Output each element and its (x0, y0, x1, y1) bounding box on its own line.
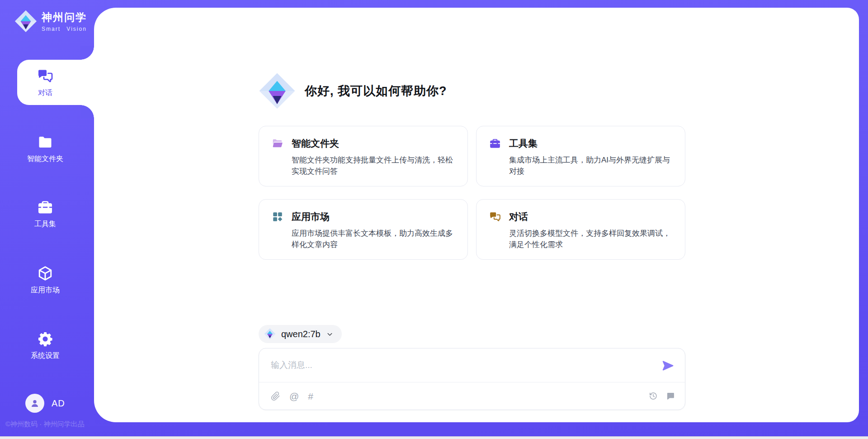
brand-name: 神州问学 (42, 10, 87, 24)
new-chat-button[interactable] (666, 391, 675, 401)
sidebar-item-app-market[interactable]: 应用市场 (14, 265, 77, 295)
feature-cards: 智能文件夹 智能文件夹功能支持批量文件上传与清洗，轻松实现文件问答 工具集 集成… (259, 126, 685, 260)
card-smart-folder[interactable]: 智能文件夹 智能文件夹功能支持批量文件上传与清洗，轻松实现文件问答 (259, 126, 468, 186)
sidebar-item-toolset[interactable]: 工具集 (14, 199, 77, 229)
chat-bubble-icon (666, 391, 675, 401)
send-button[interactable] (661, 359, 675, 373)
avatar (25, 394, 44, 413)
greeting-logo-diamond-icon (259, 72, 296, 110)
card-title: 对话 (509, 210, 528, 223)
paperclip-icon (271, 391, 280, 401)
message-input[interactable] (271, 355, 649, 376)
chat-icon (489, 211, 501, 223)
message-composer: @ # (259, 348, 685, 410)
sidebar-item-smart-folder[interactable]: 智能文件夹 (14, 134, 77, 164)
brand-text: 神州问学 Smart Vision (42, 10, 87, 32)
card-title: 应用市场 (292, 210, 330, 223)
card-description: 应用市场提供丰富长文本模板，助力高效生成多样化文章内容 (292, 228, 455, 250)
copyright-text: ©神州数码 · 神州问学出品 (5, 420, 84, 429)
chat-icon (37, 68, 53, 84)
model-diamond-icon (264, 328, 276, 340)
brand-subtitle: Smart Vision (42, 26, 87, 32)
gear-icon (37, 331, 53, 347)
card-title: 智能文件夹 (292, 137, 339, 150)
greeting-text: 你好, 我可以如何帮助你? (305, 83, 447, 99)
topic-button[interactable]: # (308, 391, 313, 401)
user-account[interactable]: AD (25, 394, 65, 413)
card-head: 对话 (489, 210, 672, 223)
card-app-market[interactable]: 应用市场 应用市场提供丰富长文本模板，助力高效生成多样化文章内容 (259, 199, 468, 260)
card-description: 灵活切换多模型文件，支持多样回复效果调试，满足个性化需求 (509, 228, 672, 250)
sidebar-item-label: 应用市场 (31, 286, 60, 295)
app-window: 神州问学 Smart Vision 对话 智能文件夹 工具集 应用市场 系统设置… (0, 0, 868, 439)
brand: 神州问学 Smart Vision (14, 10, 87, 33)
mention-button[interactable]: @ (289, 391, 299, 401)
sidebar-item-label: 工具集 (34, 220, 56, 229)
toolbox-icon (489, 138, 501, 149)
sidebar-item-label: 智能文件夹 (27, 154, 63, 164)
sidebar-item-label: 对话 (38, 88, 52, 98)
card-toolset[interactable]: 工具集 集成市场上主流工具，助力AI与外界无缝扩展与对接 (476, 126, 685, 186)
sidebar-item-chat[interactable]: 对话 (14, 68, 77, 98)
brand-logo-diamond-icon (14, 10, 37, 33)
card-description: 集成市场上主流工具，助力AI与外界无缝扩展与对接 (509, 154, 672, 177)
send-icon (662, 359, 675, 372)
card-description: 智能文件夹功能支持批量文件上传与清洗，轻松实现文件问答 (292, 154, 455, 177)
window-bottom-edge (0, 436, 868, 439)
card-title: 工具集 (509, 137, 538, 150)
cube-icon (37, 265, 53, 282)
card-head: 工具集 (489, 137, 672, 150)
composer-toolbar-right (649, 391, 675, 401)
sidebar-item-settings[interactable]: 系统设置 (14, 331, 77, 361)
card-chat[interactable]: 对话 灵活切换多模型文件，支持多样回复效果调试，满足个性化需求 (476, 199, 685, 260)
composer-toolbar: @ # (271, 382, 675, 410)
grid-icon (272, 211, 283, 223)
card-head: 应用市场 (272, 210, 455, 223)
folder-icon (37, 134, 53, 150)
toolbox-icon (37, 199, 53, 215)
sidebar-item-label: 系统设置 (31, 351, 60, 361)
attach-file-button[interactable] (271, 391, 280, 401)
chevron-down-icon (326, 330, 334, 338)
model-name: qwen2:7b (281, 329, 321, 339)
model-selector[interactable]: qwen2:7b (259, 325, 342, 343)
history-icon (649, 391, 658, 401)
history-button[interactable] (649, 391, 658, 401)
person-icon (29, 398, 40, 409)
greeting: 你好, 我可以如何帮助你? (259, 72, 447, 110)
card-head: 智能文件夹 (272, 137, 455, 150)
user-label: AD (52, 398, 65, 409)
folder-open-icon (272, 138, 283, 149)
